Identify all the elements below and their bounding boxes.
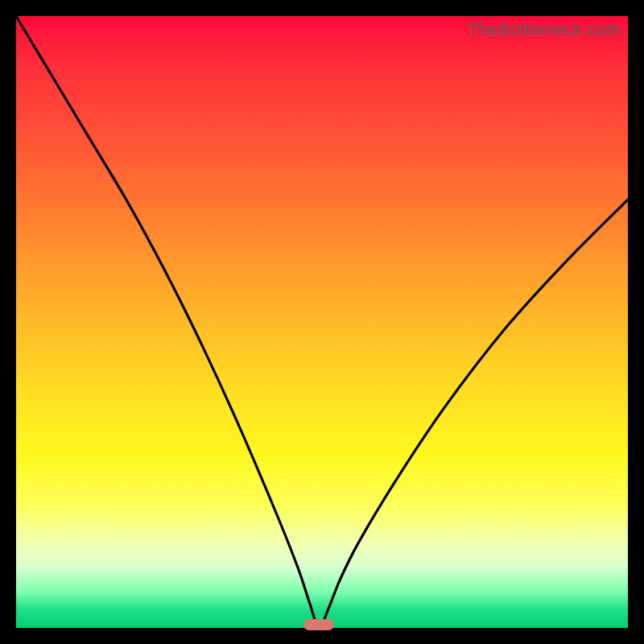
optimal-point-marker: [303, 619, 334, 630]
watermark-text: TheBottleneck.com: [467, 19, 621, 40]
bottleneck-curve: [16, 16, 628, 628]
chart-frame: TheBottleneck.com: [16, 16, 628, 628]
